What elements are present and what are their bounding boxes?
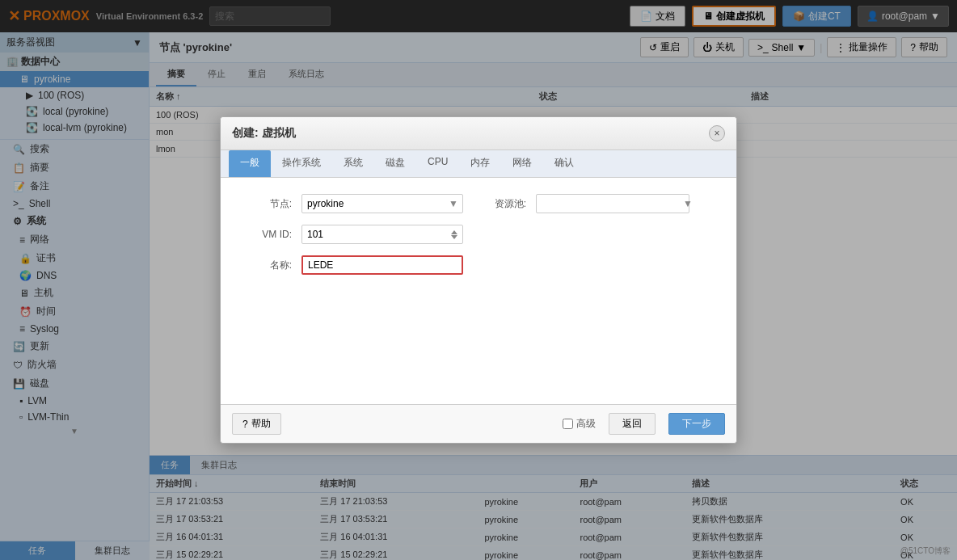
footer-left: ? 帮助 [232, 413, 281, 435]
form-row-name: 名称: [237, 255, 720, 275]
vmid-spinner [301, 225, 463, 244]
node-select-wrap: pyrokine ▼ [301, 194, 463, 213]
pool-select[interactable] [536, 194, 689, 213]
node-select[interactable]: pyrokine [301, 194, 463, 213]
dialog-tab-network[interactable]: 网络 [501, 150, 543, 177]
footer-right-group: 高级 返回 下一步 [563, 413, 725, 435]
dialog-title: 创建: 虚拟机 [232, 126, 296, 141]
dialog-tab-general[interactable]: 一般 [229, 150, 271, 177]
advanced-checkbox-label[interactable]: 高级 [563, 417, 596, 431]
dialog-close-button[interactable]: × [709, 125, 725, 141]
advanced-checkbox[interactable] [563, 419, 573, 429]
dialog-tabs: 一般 操作系统 系统 磁盘 CPU 内存 网络 确认 [221, 150, 736, 178]
dialog-tab-cpu[interactable]: CPU [416, 150, 459, 177]
dialog-tab-memory[interactable]: 内存 [459, 150, 501, 177]
vmid-up-arrow[interactable] [451, 230, 457, 234]
dialog-tab-os[interactable]: 操作系统 [271, 150, 332, 177]
dialog-overlay: 创建: 虚拟机 × 一般 操作系统 系统 磁盘 CPU 内存 网络 确认 节点:… [0, 0, 957, 560]
vmid-down-arrow[interactable] [451, 235, 457, 239]
dialog-body: 节点: pyrokine ▼ 资源池: ▼ VM ID: [221, 178, 736, 404]
pool-label: 资源池: [487, 197, 536, 211]
node-label: 节点: [237, 197, 301, 211]
dialog-footer: ? 帮助 高级 返回 下一步 [221, 404, 736, 443]
next-button[interactable]: 下一步 [668, 413, 725, 435]
dialog-tab-confirm[interactable]: 确认 [543, 150, 585, 177]
create-vm-dialog: 创建: 虚拟机 × 一般 操作系统 系统 磁盘 CPU 内存 网络 确认 节点:… [220, 116, 737, 444]
name-label: 名称: [237, 259, 301, 272]
dialog-tab-disk[interactable]: 磁盘 [374, 150, 416, 177]
vmid-label: VM ID: [237, 229, 301, 240]
vmid-input[interactable] [307, 229, 428, 240]
dialog-help-button[interactable]: ? 帮助 [232, 413, 281, 435]
pool-select-wrap: ▼ [536, 194, 698, 213]
form-row-node: 节点: pyrokine ▼ 资源池: ▼ [237, 194, 720, 213]
help-q-icon: ? [242, 419, 248, 430]
name-input[interactable] [301, 255, 463, 275]
back-button[interactable]: 返回 [609, 413, 656, 435]
dialog-header: 创建: 虚拟机 × [221, 117, 736, 150]
dialog-tab-system[interactable]: 系统 [332, 150, 374, 177]
vmid-arrows [451, 230, 457, 239]
form-row-vmid: VM ID: [237, 225, 720, 244]
